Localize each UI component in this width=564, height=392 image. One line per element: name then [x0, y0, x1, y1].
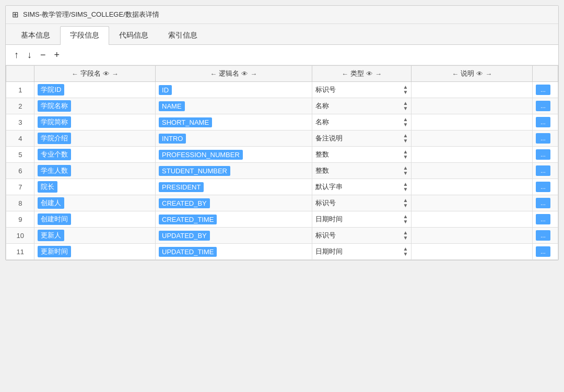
- cell-field-name[interactable]: 专业个数: [34, 147, 156, 163]
- cell-field-name[interactable]: 学院名称: [34, 98, 156, 114]
- cell-logic-name[interactable]: UPDATED_BY: [156, 228, 312, 244]
- cell-logic-name[interactable]: CREATED_BY: [156, 195, 312, 211]
- cell-extra-button[interactable]: ...: [532, 147, 558, 163]
- cell-field-name[interactable]: 更新时间: [34, 244, 156, 260]
- type-sort-arrows[interactable]: ▲▼: [403, 214, 408, 224]
- type-sort-arrows[interactable]: ▲▼: [403, 246, 408, 257]
- cell-logic-name[interactable]: PRESIDENT: [156, 179, 312, 195]
- type-sort-arrows[interactable]: ▲▼: [403, 149, 408, 160]
- type-eye-icon[interactable]: 👁: [366, 70, 373, 78]
- cell-type[interactable]: 日期时间▲▼: [312, 211, 412, 228]
- row-action-button[interactable]: ...: [536, 133, 550, 144]
- cell-desc[interactable]: [412, 82, 533, 98]
- remove-button[interactable]: −: [38, 49, 48, 61]
- type-sort-arrows[interactable]: ▲▼: [403, 133, 408, 144]
- cell-logic-name[interactable]: PROFESSION_NUMBER: [156, 147, 312, 163]
- type-right-arrow[interactable]: →: [375, 70, 382, 78]
- row-action-button[interactable]: ...: [536, 198, 550, 208]
- field-left-arrow[interactable]: ←: [72, 70, 78, 78]
- cell-type[interactable]: 名称▲▼: [312, 114, 412, 130]
- cell-field-name[interactable]: 创建时间: [34, 211, 156, 228]
- table-row: 11更新时间UPDATED_TIME日期时间▲▼...: [6, 244, 558, 260]
- cell-field-name[interactable]: 学院ID: [34, 82, 156, 98]
- cell-extra-button[interactable]: ...: [532, 244, 558, 260]
- cell-field-name[interactable]: 院长: [34, 179, 156, 195]
- table-row: 2学院名称NAME名称▲▼...: [6, 98, 558, 114]
- row-action-button[interactable]: ...: [536, 165, 550, 176]
- cell-logic-name[interactable]: NAME: [156, 98, 312, 114]
- cell-logic-name[interactable]: CREATED_TIME: [156, 211, 312, 228]
- cell-extra-button[interactable]: ...: [532, 211, 558, 228]
- cell-desc[interactable]: [412, 179, 533, 195]
- type-label: 日期时间: [315, 215, 343, 224]
- type-sort-arrows[interactable]: ▲▼: [403, 165, 408, 176]
- type-sort-arrows[interactable]: ▲▼: [403, 198, 408, 208]
- cell-type[interactable]: 日期时间▲▼: [312, 244, 412, 260]
- cell-desc[interactable]: [412, 163, 533, 179]
- type-sort-arrows[interactable]: ▲▼: [403, 101, 408, 111]
- desc-right-arrow[interactable]: →: [485, 70, 492, 78]
- type-sort-arrows[interactable]: ▲▼: [403, 85, 408, 95]
- type-sort-arrows[interactable]: ▲▼: [403, 230, 408, 241]
- desc-left-arrow[interactable]: ←: [452, 70, 459, 78]
- row-action-button[interactable]: ...: [536, 149, 550, 160]
- row-action-button[interactable]: ...: [536, 214, 550, 224]
- cell-desc[interactable]: [412, 98, 533, 114]
- cell-logic-name[interactable]: STUDENT_NUMBER: [156, 163, 312, 179]
- type-sort-arrows[interactable]: ▲▼: [403, 182, 408, 192]
- move-down-button[interactable]: ↓: [25, 49, 34, 61]
- cell-logic-name[interactable]: UPDATED_TIME: [156, 244, 312, 260]
- field-eye-icon[interactable]: 👁: [103, 70, 110, 78]
- cell-desc[interactable]: [412, 228, 533, 244]
- cell-type[interactable]: 标识号▲▼: [312, 82, 412, 98]
- cell-type[interactable]: 备注说明▲▼: [312, 130, 412, 147]
- cell-field-name[interactable]: 学院介绍: [34, 130, 156, 147]
- row-action-button[interactable]: ...: [536, 246, 550, 257]
- cell-logic-name[interactable]: ID: [156, 82, 312, 98]
- cell-field-name[interactable]: 更新人: [34, 228, 156, 244]
- cell-type[interactable]: 标识号▲▼: [312, 228, 412, 244]
- row-action-button[interactable]: ...: [536, 85, 550, 95]
- cell-extra-button[interactable]: ...: [532, 82, 558, 98]
- desc-eye-icon[interactable]: 👁: [476, 70, 483, 78]
- cell-logic-name[interactable]: SHORT_NAME: [156, 114, 312, 130]
- cell-type[interactable]: 名称▲▼: [312, 98, 412, 114]
- type-sort-arrows[interactable]: ▲▼: [403, 117, 408, 127]
- cell-desc[interactable]: [412, 244, 533, 260]
- cell-extra-button[interactable]: ...: [532, 163, 558, 179]
- cell-extra-button[interactable]: ...: [532, 130, 558, 147]
- tab-field-info[interactable]: 字段信息: [60, 26, 109, 45]
- row-action-button[interactable]: ...: [536, 182, 550, 192]
- cell-type[interactable]: 整数▲▼: [312, 147, 412, 163]
- cell-desc[interactable]: [412, 130, 533, 147]
- logic-right-arrow[interactable]: →: [250, 70, 257, 78]
- move-up-button[interactable]: ↑: [12, 49, 21, 61]
- row-action-button[interactable]: ...: [536, 117, 550, 127]
- cell-field-name[interactable]: 创建人: [34, 195, 156, 211]
- cell-desc[interactable]: [412, 211, 533, 228]
- cell-field-name[interactable]: 学生人数: [34, 163, 156, 179]
- logic-eye-icon[interactable]: 👁: [241, 70, 248, 78]
- cell-type[interactable]: 整数▲▼: [312, 163, 412, 179]
- logic-left-arrow[interactable]: ←: [210, 70, 217, 78]
- cell-logic-name[interactable]: INTRO: [156, 130, 312, 147]
- cell-desc[interactable]: [412, 114, 533, 130]
- cell-extra-button[interactable]: ...: [532, 195, 558, 211]
- cell-extra-button[interactable]: ...: [532, 114, 558, 130]
- field-right-arrow[interactable]: →: [112, 70, 119, 78]
- row-action-button[interactable]: ...: [536, 230, 550, 241]
- add-button[interactable]: +: [52, 49, 62, 61]
- cell-type[interactable]: 标识号▲▼: [312, 195, 412, 211]
- row-action-button[interactable]: ...: [536, 101, 550, 111]
- cell-desc[interactable]: [412, 195, 533, 211]
- cell-type[interactable]: 默认字串▲▼: [312, 179, 412, 195]
- tab-basic-info[interactable]: 基本信息: [11, 26, 60, 44]
- cell-extra-button[interactable]: ...: [532, 98, 558, 114]
- cell-field-name[interactable]: 学院简称: [34, 114, 156, 130]
- tab-index-info[interactable]: 索引信息: [158, 26, 207, 44]
- cell-extra-button[interactable]: ...: [532, 179, 558, 195]
- type-left-arrow[interactable]: ←: [342, 70, 348, 78]
- tab-code-info[interactable]: 代码信息: [109, 26, 158, 44]
- cell-desc[interactable]: [412, 147, 533, 163]
- cell-extra-button[interactable]: ...: [532, 228, 558, 244]
